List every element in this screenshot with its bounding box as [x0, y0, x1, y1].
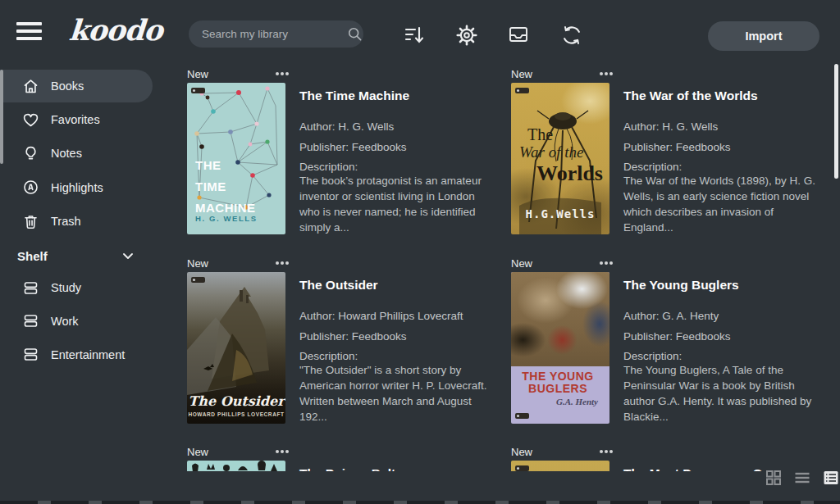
- book-cover-the-outsider[interactable]: The Outsider HOWARD PHILLIPS LOVECRAFT: [187, 272, 285, 424]
- feedbooks-badge: [191, 88, 205, 93]
- book-cover-young-buglers[interactable]: THE YOUNG BUGLERS G.A. Henty: [511, 272, 609, 424]
- shelf-label: Shelf: [17, 249, 48, 263]
- sidebar-item-work[interactable]: Work: [0, 305, 153, 338]
- ink-art: [187, 461, 285, 471]
- book-card-partial[interactable]: New The Most Dangerous Game: [511, 445, 816, 471]
- book-title[interactable]: The Outsider: [299, 278, 492, 293]
- book-list: New: [164, 61, 840, 471]
- lightbulb-icon: [22, 145, 39, 162]
- sort-desc-icon[interactable]: [404, 25, 425, 46]
- home-icon: [22, 78, 39, 95]
- book-description: "The Outsider" is a short story by Ameri…: [299, 362, 492, 425]
- sidebar-item-entertainment[interactable]: Entertainment: [0, 338, 153, 371]
- feedbooks-badge: [515, 88, 529, 93]
- sidebar-item-label: Books: [51, 79, 84, 93]
- sidebar-scrollbar-thumb[interactable]: [0, 70, 3, 164]
- sidebar-item-highlights[interactable]: Highlights: [0, 171, 153, 204]
- description-label: Description:: [623, 161, 816, 173]
- cover-author: H. G. WELLS: [195, 214, 258, 223]
- book-cover-war-of-the-worlds[interactable]: The War of the Worlds H.G.Wells: [511, 83, 609, 234]
- new-badge: New: [511, 446, 532, 458]
- sidebar-item-notes[interactable]: Notes: [0, 137, 153, 170]
- content-scrollbar-thumb[interactable]: [834, 64, 838, 179]
- sidebar-item-favorites[interactable]: Favorites: [0, 103, 153, 136]
- import-button[interactable]: Import: [708, 21, 819, 51]
- sidebar-item-study[interactable]: Study: [0, 271, 153, 304]
- book-title[interactable]: The Poison Belt: [299, 466, 492, 471]
- sidebar-item-label: Entertainment: [51, 348, 125, 361]
- book-more-icon[interactable]: [276, 450, 279, 453]
- sidebar-item-label: Highlights: [51, 181, 103, 194]
- sidebar-item-label: Study: [51, 281, 81, 294]
- cover-title: The Outsider: [187, 393, 285, 409]
- shelf-icon: [22, 346, 39, 363]
- new-badge: New: [511, 68, 532, 80]
- new-badge: New: [511, 257, 532, 270]
- description-label: Description:: [623, 350, 816, 362]
- book-title[interactable]: The Young Buglers: [623, 278, 816, 293]
- book-publisher: Publisher: Feedbooks: [623, 330, 816, 343]
- search-box[interactable]: [189, 20, 363, 48]
- feedbooks-badge: [515, 413, 529, 419]
- shelf-section-header[interactable]: Shelf: [0, 239, 153, 272]
- book-card[interactable]: New The Outsider HOWARD: [187, 257, 492, 425]
- book-author: Author: H. G. Wells: [623, 120, 816, 133]
- highlighter-icon: [22, 179, 39, 196]
- book-card[interactable]: New: [187, 67, 492, 235]
- cover-title: The: [527, 125, 553, 144]
- book-description: The book’s protagonist is an amateur inv…: [299, 173, 492, 235]
- sidebar-item-label: Favorites: [51, 113, 100, 126]
- description-label: Description:: [299, 350, 492, 362]
- book-title[interactable]: The Time Machine: [299, 89, 492, 103]
- new-badge: New: [187, 68, 208, 80]
- shelf-icon: [22, 279, 39, 297]
- grid-view-icon[interactable]: [765, 469, 783, 487]
- list-view-icon[interactable]: [793, 469, 811, 487]
- book-card[interactable]: New THE YOUNG BUGLERS G.A. Henty The You…: [511, 257, 816, 425]
- heart-icon: [22, 111, 39, 129]
- book-author: Author: G. A. Henty: [623, 310, 816, 322]
- app-logo: koodo: [68, 13, 164, 47]
- book-more-icon[interactable]: [600, 72, 603, 75]
- book-author: Author: Howard Phillips Lovecraft: [299, 310, 492, 322]
- book-more-icon[interactable]: [600, 450, 603, 453]
- topbar: koodo: [0, 0, 840, 61]
- cover-author: H.G.Wells: [511, 207, 609, 220]
- sidebar-item-books[interactable]: Books: [0, 70, 153, 102]
- view-switcher: [765, 469, 840, 487]
- inbox-icon[interactable]: [508, 25, 529, 46]
- cover-author: HOWARD PHILLIPS LOVECRAFT: [187, 411, 285, 417]
- sidebar-item-label: Notes: [51, 147, 82, 160]
- book-more-icon[interactable]: [600, 261, 603, 265]
- book-author: Author: H. G. Wells: [299, 120, 492, 133]
- search-icon[interactable]: [347, 26, 363, 42]
- cover-title: THE YOUNG BUGLERS: [511, 370, 605, 395]
- book-card[interactable]: New: [511, 67, 816, 235]
- feedbooks-badge: [191, 277, 205, 283]
- book-card-partial[interactable]: New The Poison Belt: [187, 445, 492, 471]
- sidebar: Books Favorites Notes: [0, 61, 164, 471]
- sidebar-item-label: Work: [51, 315, 79, 328]
- sidebar-item-trash[interactable]: Trash: [0, 205, 153, 238]
- sync-icon[interactable]: [561, 25, 582, 46]
- book-cover-partial[interactable]: [511, 461, 609, 471]
- new-badge: New: [187, 257, 208, 270]
- shelf-icon: [22, 312, 39, 329]
- book-cover-time-machine[interactable]: THE TIME MACHINE H. G. WELLS: [187, 83, 285, 234]
- book-description: The Young Buglers, A Tale of the Peninsu…: [623, 362, 816, 425]
- sidebar-item-label: Trash: [51, 215, 81, 228]
- settings-gear-icon[interactable]: [456, 25, 477, 46]
- menu-icon[interactable]: [16, 22, 42, 40]
- chevron-down-icon[interactable]: [121, 250, 135, 261]
- book-more-icon[interactable]: [276, 261, 279, 265]
- detail-view-icon[interactable]: [822, 469, 840, 487]
- window-bottom-edge: [0, 501, 840, 504]
- book-more-icon[interactable]: [276, 72, 279, 75]
- book-title[interactable]: The War of the Worlds: [623, 89, 816, 103]
- book-publisher: Publisher: Feedbooks: [299, 141, 492, 153]
- book-cover-partial[interactable]: [187, 461, 285, 471]
- book-publisher: Publisher: Feedbooks: [299, 330, 492, 343]
- search-input[interactable]: [202, 28, 347, 40]
- new-badge: New: [187, 446, 208, 458]
- book-description: The War of the Worlds (1898), by H. G. W…: [623, 173, 816, 235]
